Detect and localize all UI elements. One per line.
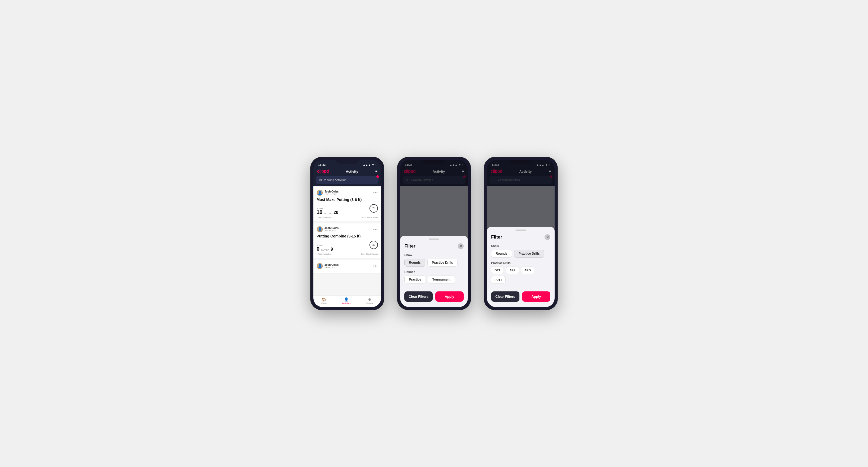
modal-overlay-3: Filter ✕ Show Rounds Practice Drills Pra… — [487, 160, 555, 307]
chip-rounds-3[interactable]: Rounds — [491, 250, 512, 257]
modal-body-3: Show Rounds Practice Drills Practice Dri… — [487, 244, 555, 283]
notch — [335, 157, 359, 164]
out-of-2: OUT OF — [321, 249, 329, 251]
more-dots-1[interactable]: ••• — [373, 191, 378, 195]
app-header-1: clippd Activity ≡ — [313, 167, 381, 176]
user-date-3: 28 Feb 2023 — [324, 266, 339, 269]
phone-1: 11:33 ▲▲▲ ▼ ▪ clippd Activity ≡ ⊞ Viewin… — [310, 157, 384, 310]
user-details-3: Josh Coles 28 Feb 2023 — [324, 263, 339, 269]
test-info-2: ℹ Test Information — [317, 253, 331, 255]
modal-title-2: Filter — [404, 244, 415, 249]
phone-3-inner: 11:33 ▲▲▲ ▼ ▪ clippd Activity ≡ ⊞ Viewin… — [487, 160, 555, 307]
activity-card-3: Josh Coles 28 Feb 2023 ••• — [313, 260, 381, 274]
chip-tournament-2[interactable]: Tournament — [428, 276, 455, 283]
viewing-bar-1[interactable]: ⊞ Viewing Activities — [316, 176, 378, 184]
modal-footer-3: Clear Filters Apply — [487, 287, 555, 302]
chip-putt-3[interactable]: PUTT — [491, 276, 506, 283]
activities-icon-1: 👤 — [344, 297, 348, 302]
content-area-1: Josh Coles 28 Feb 2023 ••• Must Make Put… — [313, 186, 381, 307]
total-value-1: 20 — [334, 211, 338, 215]
card-header-3: Josh Coles 28 Feb 2023 ••• — [317, 263, 378, 269]
bottom-nav-1: 🏠 Home 👤 Activities ⊕ Capture — [313, 295, 381, 307]
scene: 11:33 ▲▲▲ ▼ ▪ clippd Activity ≡ ⊞ Viewin… — [300, 141, 568, 326]
card-header-1: Josh Coles 28 Feb 2023 ••• — [317, 190, 378, 196]
header-title-1: Activity — [346, 169, 358, 174]
more-dots-2[interactable]: ••• — [373, 227, 378, 231]
activity-title-1: Must Make Putting (3-6 ft) — [317, 197, 378, 202]
battery-icon-1: ▪ — [375, 163, 376, 166]
user-name-2: Josh Coles — [324, 227, 339, 229]
home-icon-1: 🏠 — [321, 297, 326, 302]
modal-title-3: Filter — [491, 235, 502, 240]
chip-app-3[interactable]: APP — [506, 267, 519, 274]
phone-3: 11:33 ▲▲▲ ▼ ▪ clippd Activity ≡ ⊞ Viewin… — [484, 157, 558, 310]
user-name-3: Josh Coles — [324, 263, 339, 266]
modal-footer-2: Clear Filters Apply — [400, 287, 468, 302]
phone-2-inner: 11:33 ▲▲▲ ▼ ▪ clippd Activity ≡ ⊞ Viewin… — [400, 160, 468, 307]
shot-quality-badge-1: 75 — [369, 204, 378, 213]
data-source-2: Data: Clippd Capture — [361, 253, 378, 255]
clear-filters-btn-2[interactable]: Clear Filters — [404, 291, 433, 302]
shot-quality-badge-2: 45 — [369, 241, 378, 249]
score-value-1: 10 — [317, 210, 322, 215]
nav-activities-1[interactable]: 👤 Activities — [342, 297, 351, 304]
card-header-2: Josh Coles 28 Feb 2023 ••• — [317, 226, 378, 232]
test-info-1: ℹ Test Information — [317, 216, 331, 218]
chip-arg-3[interactable]: ARG — [521, 267, 534, 274]
status-time-1: 11:33 — [318, 163, 326, 166]
chip-practice-2[interactable]: Practice — [404, 276, 426, 283]
avatar-1 — [317, 190, 323, 196]
avatar-2 — [317, 226, 323, 232]
stats-row-2: Score 0 OUT OF 9 45 — [317, 241, 378, 251]
modal-overlay-2: Filter ✕ Show Rounds Practice Drills Rou… — [400, 160, 468, 307]
info-icon-1: ℹ — [317, 216, 317, 218]
stats-row-1: Score 10 OUT OF 20 75 — [317, 204, 378, 215]
logo-1: clippd — [317, 169, 329, 174]
user-date-2: 28 Feb 2023 — [324, 229, 339, 232]
user-date-1: 28 Feb 2023 — [324, 193, 339, 195]
show-chips-3: Rounds Practice Drills — [491, 250, 550, 257]
nav-capture-1[interactable]: ⊕ Capture — [366, 297, 373, 304]
chip-ott-3[interactable]: OTT — [491, 267, 504, 274]
score-group-1: Score 10 OUT OF 20 — [317, 208, 338, 215]
modal-header-3: Filter ✕ — [487, 230, 555, 243]
rounds-label-2: Rounds — [404, 270, 464, 274]
chip-practice-drills-3[interactable]: Practice Drills — [514, 250, 544, 257]
user-details-2: Josh Coles 28 Feb 2023 — [324, 227, 339, 232]
user-name-1: Josh Coles — [324, 190, 339, 193]
avatar-3 — [317, 263, 323, 269]
signal-icon-1: ▲▲▲ — [363, 163, 371, 166]
nav-capture-label-1: Capture — [366, 302, 373, 304]
apply-btn-3[interactable]: Apply — [522, 291, 550, 302]
activity-title-2: Putting Combine (3-15 ft) — [317, 234, 378, 239]
info-icon-2: ℹ — [317, 253, 317, 255]
capture-icon-1: ⊕ — [368, 297, 371, 302]
wifi-icon-1: ▼ — [372, 163, 374, 166]
chip-practice-drills-2[interactable]: Practice Drills — [427, 259, 458, 267]
menu-icon-1[interactable]: ≡ — [375, 169, 377, 174]
status-icons-1: ▲▲▲ ▼ ▪ — [363, 163, 376, 166]
modal-body-2: Show Rounds Practice Drills Rounds Pract… — [400, 253, 468, 283]
drill-chips-3: OTT APP ARG PUTT — [491, 267, 550, 283]
total-value-2: 9 — [331, 247, 333, 251]
modal-close-btn-2[interactable]: ✕ — [458, 243, 464, 249]
viewing-bar-text-1: Viewing Activities — [324, 178, 346, 181]
user-info-2: Josh Coles 28 Feb 2023 — [317, 226, 339, 232]
modal-close-btn-3[interactable]: ✕ — [545, 234, 550, 240]
chip-rounds-2[interactable]: Rounds — [404, 259, 425, 267]
user-info-1: Josh Coles 28 Feb 2023 — [317, 190, 339, 196]
show-label-2: Show — [404, 253, 464, 256]
score-value-2: 0 — [317, 246, 319, 251]
apply-btn-2[interactable]: Apply — [435, 291, 464, 302]
data-source-1: Data: Clippd Capture — [361, 217, 378, 218]
clear-filters-btn-3[interactable]: Clear Filters — [491, 291, 520, 302]
user-info-3: Josh Coles 28 Feb 2023 — [317, 263, 339, 269]
card-footer-1: ℹ Test Information Data: Clippd Capture — [317, 216, 378, 218]
nav-home-1[interactable]: 🏠 Home — [321, 297, 327, 304]
modal-header-2: Filter ✕ — [400, 240, 468, 252]
score-group-2: Score 0 OUT OF 9 — [317, 244, 333, 251]
phone-2: 11:33 ▲▲▲ ▼ ▪ clippd Activity ≡ ⊞ Viewin… — [397, 157, 471, 310]
show-label-3: Show — [491, 244, 550, 248]
more-dots-3[interactable]: ••• — [373, 264, 378, 268]
nav-activities-label-1: Activities — [342, 302, 351, 304]
